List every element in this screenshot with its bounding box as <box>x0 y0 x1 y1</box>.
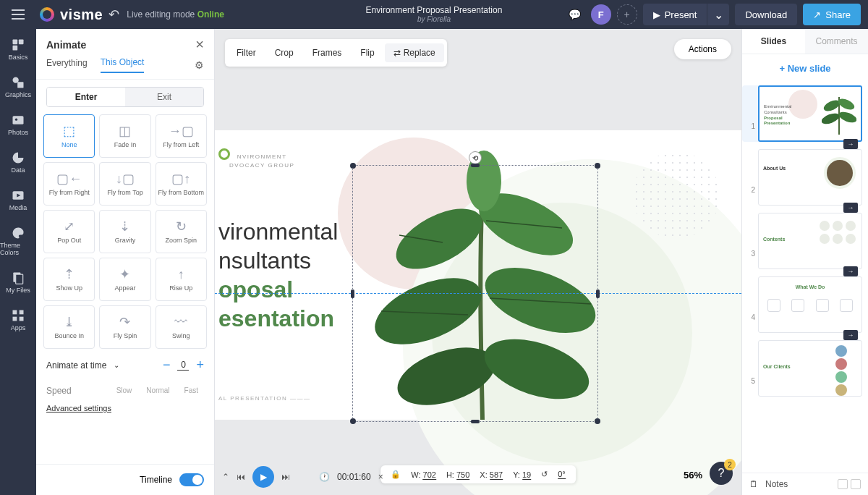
tab-this-object[interactable]: This Object <box>101 57 145 73</box>
present-button[interactable]: ▶Present <box>643 4 707 25</box>
toggle-exit[interactable]: Exit <box>125 88 203 106</box>
canvas[interactable]: Filter Crop Frames Flip ⇄Replace Actions… <box>215 29 741 495</box>
user-avatar[interactable]: F <box>591 4 611 25</box>
anim-zoom-spin[interactable]: ↻Zoom Spin <box>156 210 207 253</box>
anim-fly-right[interactable]: ▢←Fly from Right <box>43 162 95 206</box>
x-value[interactable]: 587 <box>490 470 503 480</box>
download-button[interactable]: Download <box>735 4 797 25</box>
slide-thumb-4[interactable]: 4 What We Do→ <box>745 276 862 333</box>
resize-handle-ne[interactable] <box>595 163 600 169</box>
height-value[interactable]: 750 <box>456 470 469 480</box>
filter-button[interactable]: Filter <box>228 43 265 62</box>
play-button[interactable]: ▶ <box>252 466 274 488</box>
transition-icon[interactable]: → <box>843 203 858 213</box>
rail-apps[interactable]: Apps <box>11 305 26 334</box>
speed-normal[interactable]: Normal <box>140 384 175 397</box>
anim-fly-bottom[interactable]: ▢↑Fly from Bottom <box>156 162 207 206</box>
anim-fly-spin[interactable]: ↷Fly Spin <box>99 305 150 349</box>
tab-everything[interactable]: Everything <box>46 58 88 72</box>
svg-rect-4 <box>17 82 23 88</box>
transition-icon[interactable]: → <box>843 330 858 340</box>
panel-settings-icon[interactable]: ⚙ <box>195 59 204 71</box>
rotate-handle[interactable]: ⟲ <box>469 151 482 164</box>
chevron-down-icon[interactable]: ⌄ <box>114 361 119 369</box>
animate-time-value[interactable]: 0 <box>177 360 189 371</box>
tab-comments[interactable]: Comments <box>805 29 868 54</box>
time-increase[interactable]: + <box>196 358 204 373</box>
logo[interactable]: visme <box>40 7 103 23</box>
notes-button[interactable]: Notes <box>765 479 788 489</box>
selection-box[interactable]: ⟲ <box>352 165 598 422</box>
rotate-reset-icon[interactable]: ↺ <box>541 470 548 479</box>
frames-button[interactable]: Frames <box>304 43 351 62</box>
time-decrease[interactable]: − <box>163 358 171 373</box>
view-list-icon[interactable] <box>851 479 861 489</box>
view-grid-icon[interactable] <box>838 479 848 489</box>
resize-handle-e[interactable] <box>596 289 600 298</box>
toggle-enter[interactable]: Enter <box>47 88 125 106</box>
lock-icon[interactable]: 🔒 <box>391 470 401 479</box>
anim-none[interactable]: ⬚None <box>43 114 95 158</box>
collapse-icon[interactable]: ⌃ <box>222 472 229 482</box>
speed-fast[interactable]: Fast <box>179 384 204 397</box>
anim-fly-top[interactable]: ↓▢Fly from Top <box>99 162 150 206</box>
image-toolbar: Filter Crop Frames Flip ⇄Replace <box>225 39 447 67</box>
rail-basics[interactable]: Basics <box>9 35 28 64</box>
undo-icon[interactable]: ↶ <box>109 7 119 22</box>
anim-appear[interactable]: ✦Appear <box>99 258 150 301</box>
resize-handle-se[interactable] <box>595 418 600 424</box>
svg-rect-1 <box>19 40 24 45</box>
slide-thumb-1[interactable]: 1 EnvironmentalConsultantsProposalPresen… <box>742 85 862 142</box>
rotation-value[interactable]: 0° <box>558 470 566 479</box>
prev-slide-icon[interactable]: ⏮ <box>237 472 245 482</box>
share-button[interactable]: ↗Share <box>803 4 861 25</box>
rail-data[interactable]: Data <box>11 148 25 177</box>
speed-slow[interactable]: Slow <box>111 384 138 397</box>
rail-photos[interactable]: Photos <box>8 110 28 139</box>
slide-thumb-3[interactable]: 3 Contents→ <box>745 213 862 269</box>
resize-handle-sw[interactable] <box>350 418 356 424</box>
width-value[interactable]: 702 <box>423 470 436 480</box>
close-panel-button[interactable]: × <box>195 36 204 53</box>
next-slide-icon[interactable]: ⏭ <box>281 472 290 482</box>
close-playback-icon[interactable]: × <box>378 472 383 482</box>
document-title[interactable]: Environment Proposal Presentation by Fio… <box>366 5 503 24</box>
flip-button[interactable]: Flip <box>352 43 383 62</box>
rail-media[interactable]: Media <box>9 185 27 214</box>
transition-icon[interactable]: → <box>843 266 858 276</box>
resize-handle-nw[interactable] <box>350 163 356 169</box>
help-button[interactable]: ? 2 <box>710 462 733 485</box>
new-slide-button[interactable]: + New slide <box>742 54 868 82</box>
notes-icon: 🗒 <box>749 479 758 489</box>
anim-fade-in[interactable]: ◫Fade In <box>99 114 150 158</box>
resize-handle-n[interactable] <box>471 164 480 167</box>
menu-button[interactable] <box>0 0 36 29</box>
replace-button[interactable]: ⇄Replace <box>385 43 444 62</box>
zoom-level[interactable]: 56% <box>684 470 702 481</box>
anim-gravity[interactable]: ⇣Gravity <box>99 210 150 253</box>
rail-theme-colors[interactable]: Theme Colors <box>0 223 36 259</box>
anim-bounce-in[interactable]: ⤓Bounce In <box>43 305 95 349</box>
transition-icon[interactable]: → <box>843 139 858 149</box>
comment-icon[interactable]: 💬 <box>565 4 585 25</box>
rail-graphics[interactable]: Graphics <box>5 72 31 101</box>
add-collaborator-button[interactable]: + <box>617 4 637 25</box>
animation-grid: ⬚None ◫Fade In →▢Fly from Left ▢←Fly fro… <box>36 114 214 349</box>
y-value[interactable]: 19 <box>522 470 531 480</box>
anim-swing[interactable]: 〰Swing <box>156 305 207 349</box>
slide-thumb-5[interactable]: 5 Our Clients <box>745 340 862 397</box>
tab-slides[interactable]: Slides <box>742 29 805 54</box>
resize-handle-w[interactable] <box>351 289 354 298</box>
crop-button[interactable]: Crop <box>266 43 302 62</box>
actions-button[interactable]: Actions <box>674 39 731 59</box>
timeline-toggle[interactable] <box>179 473 204 486</box>
resize-handle-s[interactable] <box>471 420 480 423</box>
present-dropdown[interactable]: ⌄ <box>707 4 729 25</box>
anim-fly-left[interactable]: →▢Fly from Left <box>156 114 207 158</box>
anim-show-up[interactable]: ⇡Show Up <box>43 258 95 301</box>
anim-rise-up[interactable]: ↑Rise Up <box>156 258 207 301</box>
rail-my-files[interactable]: My Files <box>6 268 30 297</box>
advanced-settings-link[interactable]: Advanced settings <box>36 404 214 412</box>
anim-pop-out[interactable]: ⤢Pop Out <box>43 210 95 253</box>
slide-thumb-2[interactable]: 2 About Us→ <box>745 149 862 206</box>
